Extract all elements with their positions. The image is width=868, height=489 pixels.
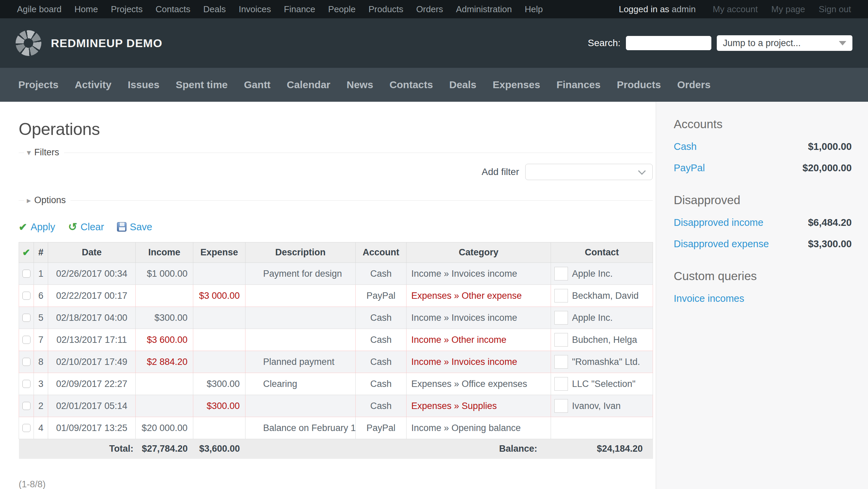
cell-date: 02/01/2017 05:14 [48,395,136,417]
col-header-category[interactable]: Category [407,242,551,263]
select-all-header[interactable]: ✔ [19,242,34,263]
nav-tab-orders[interactable]: Orders [677,79,710,91]
topbar-link-administration[interactable]: Administration [456,4,512,15]
toggle-collapsed-icon: ▸ [27,196,31,205]
row-checkbox[interactable] [22,424,31,432]
apply-button[interactable]: Apply [31,221,55,233]
cell-contact: Bubchen, Helga [551,329,653,351]
row-checkbox[interactable] [22,270,31,278]
col-header-contact[interactable]: Contact [551,242,653,263]
apply-tool: ✔ Apply [19,221,55,233]
logged-in-status: Logged in as admin [619,4,696,15]
nav-tab-products[interactable]: Products [617,79,661,91]
topbar-link-my-account[interactable]: My account [713,4,758,15]
contact-link[interactable]: "Romashka" Ltd. [572,357,640,367]
topbar-link-home[interactable]: Home [75,4,98,15]
topbar-link-my-page[interactable]: My page [771,4,805,15]
col-header-num[interactable]: # [34,242,48,263]
contact-link[interactable]: Bubchen, Helga [572,335,637,345]
topbar-link-contacts[interactable]: Contacts [156,4,191,15]
contact: "Romashka" Ltd. [554,355,652,369]
nav-tab-spent-time[interactable]: Spent time [176,79,228,91]
options-toggle[interactable]: ▸ Options [24,195,71,206]
nav-tab-gantt[interactable]: Gantt [244,79,271,91]
contact-link[interactable]: Ivanov, Ivan [572,401,621,411]
sidebar-link-paypal[interactable]: PayPal [674,162,705,174]
sidebar-item-disapproved-income: Disapproved income$6,484.20 [674,217,852,228]
topbar-link-orders[interactable]: Orders [416,4,443,15]
search-label: Search: [588,38,621,48]
project-nav-bar: ProjectsActivityIssuesSpent timeGanttCal… [0,68,868,102]
row-checkbox[interactable] [22,358,31,366]
reload-icon: ↺ [68,220,77,233]
cell-num: 8 [34,351,48,373]
cell-expense: $300.00 [193,395,245,417]
add-filter-select[interactable] [525,164,653,180]
cell-contact: Apple Inc. [551,263,653,285]
contact-link[interactable]: Beckham, David [572,291,639,301]
clear-button[interactable]: Clear [81,221,104,233]
topbar-link-deals[interactable]: Deals [203,4,225,15]
jump-to-project-select[interactable]: Jump to a project... [717,35,852,51]
search-input[interactable] [626,36,711,50]
row-checkbox[interactable] [22,380,31,388]
nav-tab-finances[interactable]: Finances [556,79,600,91]
row-checkbox[interactable] [22,402,31,410]
topbar-link-finance[interactable]: Finance [284,4,315,15]
sidebar-link-disapproved-income[interactable]: Disapproved income [674,217,763,228]
sidebar-link-disapproved-expense[interactable]: Disapproved expense [674,238,769,250]
nav-tab-news[interactable]: News [347,79,373,91]
col-header-description[interactable]: Description [245,242,356,263]
nav-tab-activity[interactable]: Activity [75,79,111,91]
topbar-link-sign-out[interactable]: Sign out [819,4,851,15]
cell-date: 02/18/2017 04:00 [48,307,136,329]
sidebar: AccountsCash$1,000.00PayPal$20,000.00Dis… [656,102,868,489]
main-content: Operations ▾ Filters Add filter ▸ [0,102,656,489]
cell-income: $300.00 [136,307,193,329]
contact: LLC "Selection" [554,377,652,391]
topbar-link-help[interactable]: Help [525,4,543,15]
col-header-date[interactable]: Date [48,242,136,263]
topbar-link-invoices[interactable]: Invoices [239,4,271,15]
nav-tab-issues[interactable]: Issues [128,79,159,91]
col-header-income[interactable]: Income [136,242,193,263]
pagination-info: (1-8/8) [19,479,653,489]
nav-tab-calendar[interactable]: Calendar [287,79,330,91]
contact-link[interactable]: Apple Inc. [572,269,613,279]
nav-tab-expenses[interactable]: Expenses [493,79,540,91]
topbar-link-people[interactable]: People [328,4,356,15]
cell-description [245,307,356,329]
contact-link[interactable]: Apple Inc. [572,313,613,323]
row-checkbox[interactable] [22,314,31,322]
save-button[interactable]: Save [130,221,152,233]
filters-toggle[interactable]: ▾ Filters [24,147,64,158]
cell-category: Expenses » Office expenses [407,373,551,395]
topbar-link-projects[interactable]: Projects [111,4,143,15]
sidebar-link-cash[interactable]: Cash [674,141,697,152]
nav-tab-projects[interactable]: Projects [18,79,58,91]
nav-tab-contacts[interactable]: Contacts [390,79,433,91]
col-header-expense[interactable]: Expense [193,242,245,263]
operation-row: 202/01/2017 05:14$300.00CashExpenses » S… [19,395,653,417]
cell-checkbox [19,351,34,373]
topbar-link-products[interactable]: Products [369,4,403,15]
contact-avatar [554,311,568,325]
options-fieldset: ▸ Options [19,200,653,214]
col-header-account[interactable]: Account [356,242,407,263]
cell-expense [193,263,245,285]
nav-tab-deals[interactable]: Deals [449,79,476,91]
sidebar-item-disapproved-expense: Disapproved expense$3,300.00 [674,238,852,250]
cell-description: Planned payment [245,351,356,373]
cell-date: 02/26/2017 00:34 [48,263,136,285]
contact: Apple Inc. [554,311,652,325]
sidebar-link-invoice-incomes[interactable]: Invoice incomes [674,293,744,304]
cell-description: Clearing [245,373,356,395]
topbar-link-agile-board[interactable]: Agile board [17,4,62,15]
contact: Apple Inc. [554,267,652,280]
contact-avatar [554,267,568,280]
row-checkbox[interactable] [22,336,31,344]
app-title: REDMINEUP DEMO [51,37,162,50]
row-checkbox[interactable] [22,292,31,300]
contact-link[interactable]: LLC "Selection" [572,379,635,389]
logged-in-user-link[interactable]: admin [672,4,696,14]
